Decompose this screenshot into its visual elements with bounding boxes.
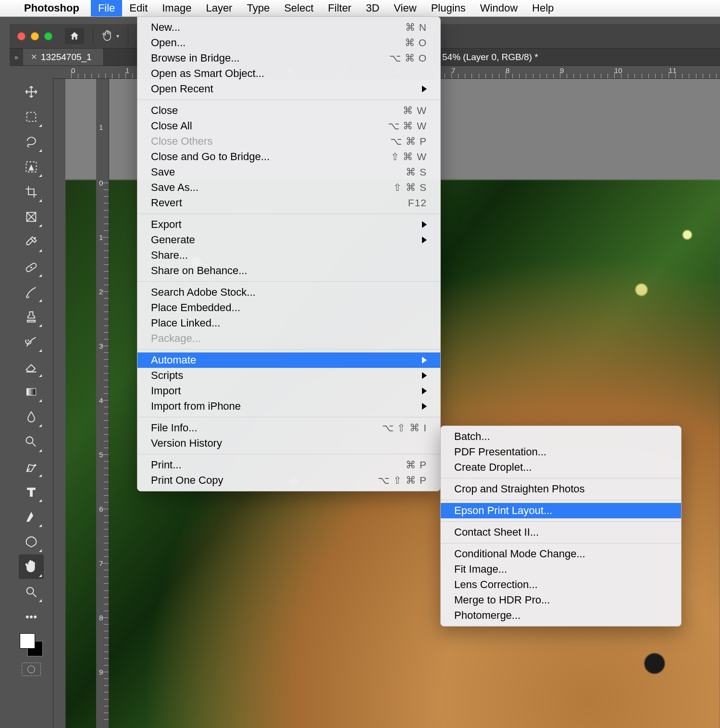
file-menu-item[interactable]: Import from iPhone: [137, 399, 440, 414]
close-window-button[interactable]: [17, 32, 25, 40]
automate-menu-item[interactable]: Epson Print Layout...: [441, 503, 681, 518]
file-menu-item[interactable]: Place Linked...: [137, 315, 440, 331]
shortcut-label: ⌥ ⌘ W: [388, 120, 427, 132]
foreground-color-swatch[interactable]: [20, 633, 35, 649]
file-menu-item[interactable]: Version History: [137, 436, 440, 451]
automate-menu-item[interactable]: Conditional Mode Change...: [441, 546, 681, 562]
menu-3d[interactable]: 3D: [359, 0, 386, 16]
clone-tool[interactable]: [19, 304, 44, 329]
color-swatches[interactable]: [20, 633, 43, 656]
eraser-tool[interactable]: [19, 354, 44, 379]
menu-plugins[interactable]: Plugins: [424, 0, 473, 16]
home-button[interactable]: [65, 28, 84, 44]
menu-image[interactable]: Image: [155, 0, 199, 16]
automate-menu-item[interactable]: Photomerge...: [441, 608, 681, 623]
zoom-tool[interactable]: [19, 579, 44, 604]
hand-tool[interactable]: [19, 554, 44, 579]
file-menu-item[interactable]: Open as Smart Object...: [137, 66, 440, 81]
submenu-arrow-icon: [422, 372, 427, 379]
file-menu-item[interactable]: Save⌘ S: [137, 164, 440, 180]
dodge-tool[interactable]: [19, 429, 44, 454]
automate-menu-item[interactable]: Batch...: [441, 429, 681, 444]
file-menu-item-label: Search Adobe Stock...: [151, 286, 256, 299]
automate-menu-item[interactable]: PDF Presentation...: [441, 444, 681, 460]
file-menu-item[interactable]: Save As...⇧ ⌘ S: [137, 180, 440, 195]
expand-panels-button[interactable]: »: [10, 49, 23, 65]
mac-menubar[interactable]: Photoshop FileEditImageLayerTypeSelectFi…: [0, 0, 720, 17]
file-menu-item[interactable]: New...⌘ N: [137, 20, 440, 35]
automate-menu-item[interactable]: Merge to HDR Pro...: [441, 592, 681, 608]
history-brush-tool[interactable]: [19, 329, 44, 354]
path-tool[interactable]: [19, 504, 44, 529]
automate-menu-item[interactable]: Create Droplet...: [441, 460, 681, 475]
automate-menu-item[interactable]: Lens Correction...: [441, 577, 681, 592]
automate-menu-item[interactable]: Fit Image...: [441, 562, 681, 577]
file-menu-item[interactable]: Open Recent: [137, 81, 440, 97]
pen-tool[interactable]: [19, 454, 44, 479]
menu-layer[interactable]: Layer: [199, 0, 239, 16]
marquee-tool[interactable]: [19, 104, 44, 129]
file-menu-item-label: Open Recent: [151, 83, 213, 95]
close-tab-icon[interactable]: ✕: [31, 52, 37, 62]
vertical-ruler[interactable]: 10123456789: [96, 79, 109, 728]
more-tools[interactable]: [19, 604, 44, 629]
document-tab[interactable]: ✕ 13254705_1: [23, 49, 104, 65]
brush-tool[interactable]: [19, 279, 44, 304]
file-menu-item[interactable]: Search Adobe Stock...: [137, 285, 440, 300]
tool-preset-picker[interactable]: ▾: [102, 30, 119, 42]
file-menu-item[interactable]: Browse in Bridge...⌥ ⌘ O: [137, 50, 440, 66]
file-menu-item[interactable]: RevertF12: [137, 195, 440, 211]
app-name[interactable]: Photoshop: [20, 2, 83, 14]
file-menu-item[interactable]: Place Embedded...: [137, 300, 440, 315]
file-menu-item: Close Others⌥ ⌘ P: [137, 134, 440, 149]
automate-submenu-dropdown[interactable]: Batch...PDF Presentation...Create Drople…: [440, 426, 682, 627]
file-menu-item[interactable]: Share on Behance...: [137, 263, 440, 278]
shape-tool[interactable]: [19, 529, 44, 554]
submenu-arrow-icon: [422, 388, 427, 394]
menu-view[interactable]: View: [386, 0, 423, 16]
minimize-window-button[interactable]: [31, 32, 39, 40]
menu-help[interactable]: Help: [525, 0, 561, 16]
file-menu-item[interactable]: Print...⌘ P: [137, 457, 440, 473]
frame-tool[interactable]: [19, 204, 44, 229]
quick-mask-toggle[interactable]: [22, 663, 41, 676]
automate-menu-item[interactable]: Crop and Straighten Photos: [441, 481, 681, 497]
crop-tool[interactable]: [19, 179, 44, 204]
divider: [128, 27, 128, 45]
file-menu-item[interactable]: File Info...⌥ ⇧ ⌘ I: [137, 420, 440, 436]
file-menu-item[interactable]: Open...⌘ O: [137, 35, 440, 50]
healing-tool[interactable]: [19, 254, 44, 279]
menu-filter[interactable]: Filter: [321, 0, 359, 16]
gradient-tool[interactable]: [19, 379, 44, 404]
blur-tool[interactable]: [19, 404, 44, 429]
lasso-tool[interactable]: [19, 129, 44, 154]
file-menu-item[interactable]: Automate: [137, 352, 440, 368]
ruler-v-label: 8: [99, 614, 103, 622]
move-tool[interactable]: [19, 79, 44, 104]
file-menu-item[interactable]: Share...: [137, 248, 440, 263]
zoom-window-button[interactable]: [44, 32, 52, 40]
file-menu-item[interactable]: Export: [137, 217, 440, 232]
menu-type[interactable]: Type: [239, 0, 277, 16]
file-menu-item[interactable]: Print One Copy⌥ ⇧ ⌘ P: [137, 473, 440, 488]
file-menu-item[interactable]: Close and Go to Bridge...⇧ ⌘ W: [137, 149, 440, 164]
automate-menu-item-label: Create Droplet...: [454, 461, 532, 474]
menu-window[interactable]: Window: [473, 0, 525, 16]
file-menu-item[interactable]: Close All⌥ ⌘ W: [137, 118, 440, 134]
menu-select[interactable]: Select: [277, 0, 321, 16]
file-menu-item-label: Close All: [151, 120, 192, 132]
file-menu-item-label: Save As...: [151, 181, 199, 194]
object-select-tool[interactable]: [19, 154, 44, 179]
file-menu-item[interactable]: Close⌘ W: [137, 103, 440, 118]
file-menu-item[interactable]: Import: [137, 383, 440, 399]
automate-menu-item[interactable]: Contact Sheet II...: [441, 525, 681, 540]
menu-edit[interactable]: Edit: [122, 0, 155, 16]
shortcut-label: ⌘ S: [406, 166, 427, 178]
type-tool[interactable]: [19, 479, 44, 504]
svg-point-5: [31, 267, 32, 268]
menu-file[interactable]: File: [91, 0, 122, 16]
file-menu-item[interactable]: Scripts: [137, 368, 440, 383]
eyedropper-tool[interactable]: [19, 229, 44, 254]
file-menu-dropdown[interactable]: New...⌘ NOpen...⌘ OBrowse in Bridge...⌥ …: [137, 16, 441, 491]
file-menu-item[interactable]: Generate: [137, 232, 440, 248]
